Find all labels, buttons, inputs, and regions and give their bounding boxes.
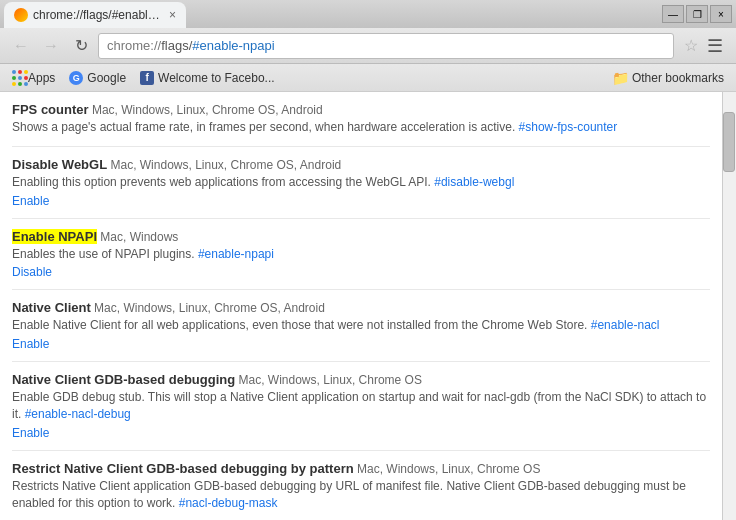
active-tab[interactable]: chrome://flags/#enable-n ×: [4, 2, 186, 28]
flag-title: Enable NPAPI: [12, 229, 97, 244]
bookmarks-google-button[interactable]: G Google: [63, 69, 132, 87]
minimize-button[interactable]: —: [662, 5, 684, 23]
flag-desc: Enables the use of NPAPI plugins. #enabl…: [12, 246, 710, 263]
tab-strip: chrome://flags/#enable-n ×: [4, 1, 662, 27]
flag-entry-fps-counter: FPS counter Mac, Windows, Linux, Chrome …: [12, 92, 710, 147]
flag-action-disable-webgl[interactable]: Enable: [12, 194, 710, 208]
flag-title: Native Client GDB-based debugging: [12, 372, 235, 387]
flag-entry-native-client: Native Client Mac, Windows, Linux, Chrom…: [12, 290, 710, 362]
scrollbar-track[interactable]: [722, 92, 736, 520]
flag-platforms: Mac, Windows, Linux, Chrome OS: [354, 462, 541, 476]
flag-title: Disable WebGL: [12, 157, 107, 172]
flag-action-native-client-gdb[interactable]: Enable: [12, 426, 710, 440]
scroll-area[interactable]: FPS counter Mac, Windows, Linux, Chrome …: [0, 92, 722, 520]
flag-title: FPS counter: [12, 102, 89, 117]
bookmarks-bar: Apps G Google f Welcome to Facebo... 📁 O…: [0, 64, 736, 92]
bookmark-star-button[interactable]: ☆: [684, 36, 698, 55]
flag-desc: Enabling this option prevents web applic…: [12, 174, 710, 191]
flag-entry-restrict-native-client-gdb: Restrict Native Client GDB-based debuggi…: [12, 451, 710, 520]
content-area: FPS counter Mac, Windows, Linux, Chrome …: [0, 92, 736, 520]
flag-desc: Enable Native Client for all web applica…: [12, 317, 710, 334]
flag-link[interactable]: #enable-nacl: [591, 318, 660, 332]
flag-link[interactable]: #disable-webgl: [434, 175, 514, 189]
flag-link[interactable]: #enable-npapi: [198, 247, 274, 261]
flag-action-native-client[interactable]: Enable: [12, 337, 710, 351]
flag-entry-native-client-gdb: Native Client GDB-based debugging Mac, W…: [12, 362, 710, 451]
window-controls: — ❐ ×: [662, 5, 732, 23]
flag-title: Native Client: [12, 300, 91, 315]
flag-platforms: Mac, Windows, Linux, Chrome OS: [235, 373, 422, 387]
folder-icon: 📁: [612, 70, 629, 86]
flag-platforms: Mac, Windows: [97, 230, 178, 244]
flag-link[interactable]: #show-fps-counter: [519, 120, 618, 134]
back-button[interactable]: ←: [8, 33, 34, 59]
facebook-icon: f: [140, 71, 154, 85]
address-scheme: chrome://: [107, 38, 161, 53]
address-bar[interactable]: chrome://flags/#enable-npapi: [98, 33, 674, 59]
chrome-menu-button[interactable]: ☰: [702, 33, 728, 59]
flag-link[interactable]: #nacl-debug-mask: [179, 496, 278, 510]
other-bookmarks-button[interactable]: 📁 Other bookmarks: [606, 68, 730, 88]
page-content: FPS counter Mac, Windows, Linux, Chrome …: [0, 92, 722, 520]
bookmarks-facebook-button[interactable]: f Welcome to Facebo...: [134, 69, 281, 87]
tab-label: chrome://flags/#enable-n: [33, 8, 163, 22]
flag-link[interactable]: #enable-nacl-debug: [25, 407, 131, 421]
apps-label: Apps: [28, 71, 55, 85]
forward-button[interactable]: →: [38, 33, 64, 59]
maximize-button[interactable]: ❐: [686, 5, 708, 23]
flag-platforms: Mac, Windows, Linux, Chrome OS, Android: [107, 158, 341, 172]
address-hash: #enable-npapi: [192, 38, 274, 53]
reload-button[interactable]: ↻: [68, 33, 94, 59]
flag-desc: Enable GDB debug stub. This will stop a …: [12, 389, 710, 423]
flag-desc: Shows a page's actual frame rate, in fra…: [12, 119, 710, 136]
tab-favicon: [14, 8, 28, 22]
title-bar: chrome://flags/#enable-n × — ❐ ×: [0, 0, 736, 28]
address-path: flags/: [161, 38, 192, 53]
bookmarks-apps-button[interactable]: Apps: [6, 68, 61, 88]
flag-entry-enable-npapi: Enable NPAPI Mac, WindowsEnables the use…: [12, 219, 710, 291]
flag-title: Restrict Native Client GDB-based debuggi…: [12, 461, 354, 476]
google-icon: G: [69, 71, 83, 85]
other-bookmarks-label: Other bookmarks: [632, 71, 724, 85]
apps-grid-icon: [12, 70, 24, 86]
flag-platforms: Mac, Windows, Linux, Chrome OS, Android: [91, 301, 325, 315]
scrollbar-thumb[interactable]: [723, 112, 735, 172]
tab-close-button[interactable]: ×: [169, 8, 176, 22]
flag-entry-disable-webgl: Disable WebGL Mac, Windows, Linux, Chrom…: [12, 147, 710, 219]
flag-platforms: Mac, Windows, Linux, Chrome OS, Android: [89, 103, 323, 117]
flag-desc: Restricts Native Client application GDB-…: [12, 478, 710, 512]
flag-action-enable-npapi[interactable]: Disable: [12, 265, 710, 279]
close-button[interactable]: ×: [710, 5, 732, 23]
facebook-label: Welcome to Facebo...: [158, 71, 275, 85]
google-label: Google: [87, 71, 126, 85]
navigation-bar: ← → ↻ chrome://flags/#enable-npapi ☆ ☰: [0, 28, 736, 64]
